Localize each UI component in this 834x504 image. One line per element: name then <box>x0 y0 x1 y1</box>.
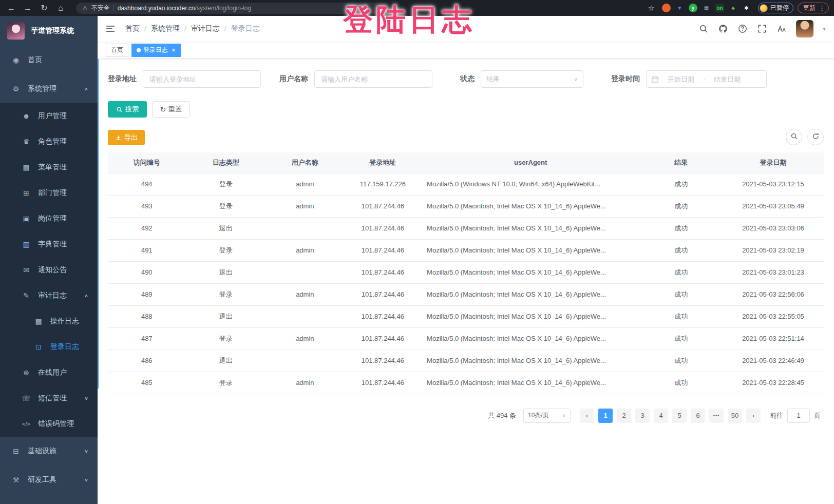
table-row[interactable]: 492退出101.87.244.46Mozilla/5.0 (Macintosh… <box>108 217 824 239</box>
table-row[interactable]: 491登录admin101.87.244.46Mozilla/5.0 (Maci… <box>108 239 824 261</box>
orange-circle-extension-icon[interactable] <box>662 4 671 12</box>
github-icon[interactable] <box>718 24 728 34</box>
table-row[interactable]: 486退出101.87.244.46Mozilla/5.0 (Macintosh… <box>108 350 824 372</box>
table-row[interactable]: 485登录admin101.87.244.46Mozilla/5.0 (Maci… <box>108 372 824 394</box>
sidebar-menu-label: 通知公告 <box>38 265 67 275</box>
sidebar-menu-item[interactable]: ⊞ 部门管理 <box>0 180 98 206</box>
green-circle-extension-icon[interactable]: y <box>689 4 697 12</box>
table-row[interactable]: 493登录admin101.87.244.46Mozilla/5.0 (Maci… <box>108 195 824 217</box>
search-button[interactable]: 搜索 <box>108 101 147 118</box>
browser-reload-icon[interactable]: ↻ <box>38 4 50 12</box>
sidebar-menu-item[interactable]: ▥ 字典管理 <box>0 231 98 257</box>
page-size-select[interactable]: 10条/页 ∨ <box>523 409 571 423</box>
sidebar-menu-item[interactable]: ◉ 首页 <box>0 46 98 74</box>
table-row[interactable]: 487登录admin101.87.244.46Mozilla/5.0 (Maci… <box>108 327 824 350</box>
status-select-placeholder: 结果 <box>486 74 574 84</box>
update-button[interactable]: 更新 ⋮ <box>798 3 829 13</box>
table-cell: admin <box>266 372 344 394</box>
table-cell: 成功 <box>639 239 723 261</box>
font-size-icon[interactable] <box>776 24 787 34</box>
fullscreen-icon[interactable] <box>757 24 767 34</box>
browser-forward-icon[interactable]: → <box>22 4 34 12</box>
hamburger-icon[interactable] <box>106 23 117 34</box>
sidebar-menu-item[interactable]: ⊡ 登录日志 <box>0 334 98 360</box>
username-input[interactable] <box>314 70 432 88</box>
table-cell: 2021-05-03 22:51:14 <box>723 327 824 350</box>
goto-page-input[interactable] <box>787 409 810 423</box>
breadcrumb-label[interactable]: 系统管理 <box>151 24 180 33</box>
date-range-picker[interactable]: - <box>646 70 767 88</box>
role-icon: ♛ <box>21 138 32 146</box>
page-button[interactable]: 4 <box>654 409 668 423</box>
sidebar-menu-item[interactable]: ▤ 菜单管理 <box>0 154 98 180</box>
start-date-input[interactable] <box>662 75 700 84</box>
table-cell: 493 <box>108 195 186 217</box>
table-cell: 101.87.244.46 <box>344 372 422 394</box>
sidebar-menu-item[interactable]: ☏ 短信管理 ∨ <box>0 385 98 411</box>
sidebar-menu-label: 首页 <box>28 55 42 65</box>
sidebar-menu-item[interactable]: ▣ 岗位管理 <box>0 206 98 231</box>
status-select[interactable]: 结果 ∨ <box>481 70 583 88</box>
app-logo-row[interactable]: 芋道管理系统 <box>0 16 98 46</box>
refresh-table-button[interactable] <box>807 129 824 145</box>
sidebar-menu-item[interactable]: ⚒ 研发工具 ∨ <box>0 466 98 494</box>
online-icon: ⊛ <box>21 369 32 377</box>
sidebar-menu-item[interactable]: ⚙ 系统管理 ∧ <box>0 74 98 103</box>
page-button[interactable]: 2 <box>617 409 631 423</box>
table-cell <box>266 305 344 327</box>
leaf-extension-icon[interactable]: ♣ <box>729 4 737 12</box>
address-bar[interactable]: ⚠ 不安全 dashboard.yudao.iocoder.cn/system/… <box>76 3 390 14</box>
page-button[interactable]: 6 <box>691 409 705 423</box>
tag-item[interactable]: 首页 <box>106 44 128 57</box>
page-button[interactable]: 5 <box>672 409 687 423</box>
browser-menu-dots-icon[interactable]: ⋮ <box>819 4 825 12</box>
oplog-icon: ▤ <box>33 317 44 325</box>
pagination-ellipsis[interactable]: ••• <box>709 409 724 423</box>
table-row[interactable]: 494登录admin117.159.17.226Mozilla/5.0 (Win… <box>108 173 824 195</box>
sidebar-menu-label: 在线用户 <box>38 368 67 377</box>
toggle-search-button[interactable] <box>786 129 802 145</box>
table-row[interactable]: 489登录admin101.87.244.46Mozilla/5.0 (Maci… <box>108 283 824 305</box>
address-input[interactable] <box>143 70 261 88</box>
sidebar-menu-label: 角色管理 <box>38 137 67 146</box>
on-badge-extension-icon[interactable]: on <box>715 4 724 12</box>
export-button[interactable]: 导出 <box>108 130 145 145</box>
chevron-up-icon: ∧ <box>84 86 88 91</box>
sidebar-menu-item[interactable]: </> 错误码管理 <box>0 411 98 437</box>
help-icon[interactable] <box>737 24 748 34</box>
user-avatar[interactable] <box>796 20 813 37</box>
grid-extension-icon[interactable]: ▦ <box>702 4 711 12</box>
tag-item[interactable]: 登录日志 × <box>131 44 181 57</box>
breadcrumb-label[interactable]: 审计日志 <box>191 24 220 33</box>
caret-down-icon[interactable]: ▾ <box>823 25 826 32</box>
sidebar-menu-item[interactable]: ✉ 通知公告 <box>0 257 98 283</box>
reset-button[interactable]: ↻ 重置 <box>152 101 190 118</box>
snowflake-extension-icon[interactable]: ✱ <box>742 4 751 12</box>
errcode-icon: </> <box>21 421 32 427</box>
sidebar-menu-item[interactable]: ▤ 操作日志 <box>0 308 98 334</box>
sidebar-menu-item[interactable]: ♛ 角色管理 <box>0 129 98 154</box>
sidebar-menu-item[interactable]: ⊛ 在线用户 <box>0 360 98 385</box>
bookmark-star-icon[interactable]: ☆ <box>648 4 655 13</box>
search-icon[interactable] <box>698 24 709 34</box>
end-date-input[interactable] <box>708 75 746 84</box>
prev-page-button[interactable]: ‹ <box>580 409 594 423</box>
breadcrumb-label[interactable]: 首页 <box>125 24 140 33</box>
page-button[interactable]: 3 <box>635 409 650 423</box>
table-cell: 101.87.244.46 <box>344 195 422 217</box>
profile-paused-pill[interactable]: 已暂停 <box>758 3 793 13</box>
tag-close-icon[interactable]: × <box>172 47 176 53</box>
browser-back-icon[interactable]: ← <box>5 4 17 12</box>
sidebar-menu-item[interactable]: ☻ 用户管理 <box>0 103 98 129</box>
page-button[interactable]: 50 <box>728 409 742 423</box>
page-button-current[interactable]: 1 <box>598 409 613 423</box>
sidebar-menu-item[interactable]: ⊟ 基础设施 ∨ <box>0 437 98 466</box>
next-page-button[interactable]: › <box>746 409 761 423</box>
blue-drop-extension-icon[interactable]: ▼ <box>675 4 684 12</box>
sidebar-menu-item[interactable]: ✎ 审计日志 ∧ <box>0 283 98 308</box>
browser-home-icon[interactable]: ⌂ <box>54 4 67 12</box>
breadcrumb-separator: / <box>184 25 186 33</box>
table-row[interactable]: 488退出101.87.244.46Mozilla/5.0 (Macintosh… <box>108 305 824 327</box>
table-row[interactable]: 490退出101.87.244.46Mozilla/5.0 (Macintosh… <box>108 261 824 283</box>
table-cell: 101.87.244.46 <box>344 283 422 305</box>
